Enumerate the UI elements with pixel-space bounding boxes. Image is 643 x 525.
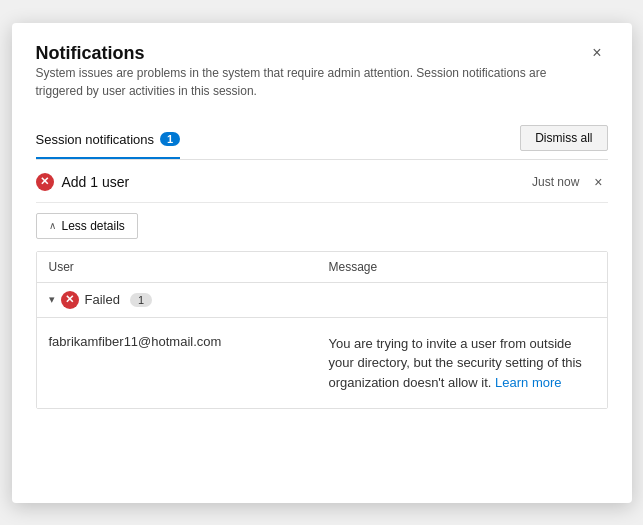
error-icon: ✕ [36,173,54,191]
details-toggle-label: Less details [62,219,125,233]
chevron-down-icon: ▾ [49,293,55,306]
details-toggle-button[interactable]: ∧ Less details [36,213,138,239]
failed-label: Failed [85,292,120,307]
tab-badge: 1 [160,132,180,146]
failed-badge: 1 [130,293,152,307]
dismiss-all-button[interactable]: Dismiss all [520,125,607,151]
tabs-row: Session notifications 1 Dismiss all [36,124,608,160]
message-cell: You are trying to invite a user from out… [329,334,595,393]
session-notifications-tab[interactable]: Session notifications 1 [36,124,181,159]
dialog-subtitle: System issues are problems in the system… [36,64,556,100]
details-table: User Message ▾ ✕ Failed 1 fabrikamfiber1… [36,251,608,410]
chevron-up-icon: ∧ [49,220,56,231]
notification-close-button[interactable]: × [589,172,607,192]
notifications-dialog: Notifications System issues are problems… [12,23,632,503]
table-header-row: User Message [37,252,607,283]
dialog-title: Notifications [36,43,556,64]
column-header-message: Message [329,260,595,274]
column-header-user: User [49,260,329,274]
learn-more-link[interactable]: Learn more [495,375,561,390]
table-row: fabrikamfiber11@hotmail.com You are tryi… [37,318,607,409]
notification-timestamp: Just now [532,175,579,189]
failed-error-icon: ✕ [61,291,79,309]
user-cell: fabrikamfiber11@hotmail.com [49,334,329,349]
notif-left: ✕ Add 1 user [36,173,130,191]
failed-section-row[interactable]: ▾ ✕ Failed 1 [37,283,607,318]
tab-label: Session notifications [36,132,155,147]
dialog-header: Notifications System issues are problems… [36,43,608,116]
notification-item: ✕ Add 1 user Just now × [36,160,608,203]
notification-title: Add 1 user [62,174,130,190]
dialog-close-button[interactable]: × [586,43,607,63]
notif-right: Just now × [532,172,608,192]
